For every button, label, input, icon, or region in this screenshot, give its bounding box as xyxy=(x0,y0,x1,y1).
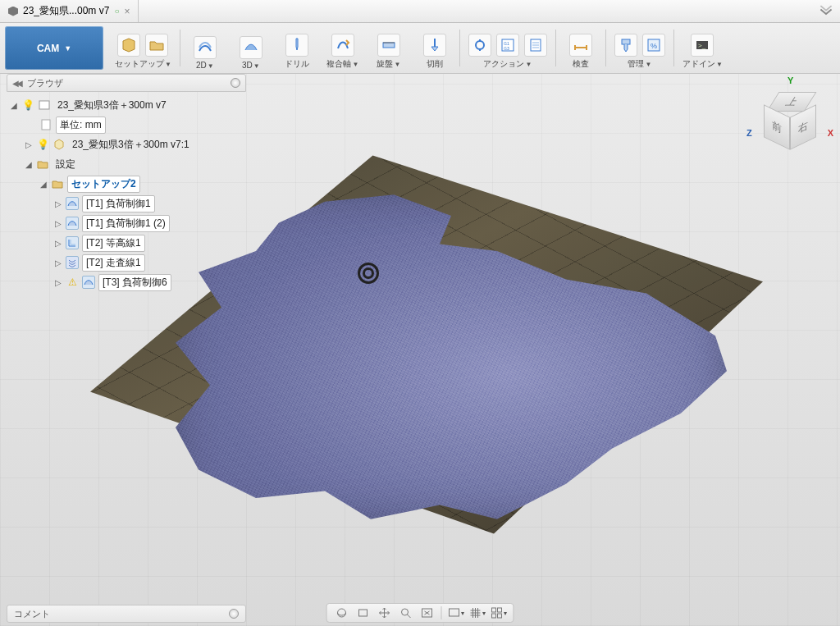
comments-panel-header[interactable]: コメント xyxy=(7,605,246,623)
display-settings-button[interactable]: ▾ xyxy=(446,605,466,621)
document-icon xyxy=(39,118,52,131)
viewcube-face-label: 上 xyxy=(783,95,801,109)
workspace-switcher-button[interactable]: CAM ▼ xyxy=(5,26,103,70)
tree-root[interactable]: ◢ 💡 23_愛知県3倍＋300m v7 xyxy=(7,95,246,115)
viewport-layout-button[interactable]: ▾ xyxy=(489,605,509,621)
chevron-down-icon: ▼ xyxy=(716,61,723,68)
view-cube[interactable]: Y X Z 上 前 右 xyxy=(750,77,832,159)
toolpath-3d-icon[interactable] xyxy=(240,36,262,59)
pin-icon[interactable] xyxy=(231,78,240,88)
svg-rect-12 xyxy=(42,120,50,130)
disclosure-triangle-icon[interactable]: ◢ xyxy=(39,180,48,189)
tree-setups-folder[interactable]: ◢ 設定 xyxy=(7,154,246,174)
lightbulb-icon[interactable]: 💡 xyxy=(36,138,49,151)
svg-rect-17 xyxy=(449,609,459,616)
adaptive-op-icon xyxy=(66,197,79,210)
disclosure-triangle-icon[interactable]: ◢ xyxy=(25,160,33,169)
browser-collapse-button[interactable]: ◀◀ xyxy=(12,79,21,88)
contour-op-icon xyxy=(66,236,79,249)
look-at-button[interactable] xyxy=(354,605,373,621)
tree-operation[interactable]: ▷ [T1] 負荷制御1 (2) xyxy=(7,213,246,233)
tree-setup-active[interactable]: ◢ セットアップ2 xyxy=(7,174,246,194)
disclosure-triangle-icon[interactable]: ▷ xyxy=(25,140,33,149)
wcs-origin-icon[interactable] xyxy=(358,263,379,284)
ribbon-group-manage[interactable]: % 管理▼ xyxy=(608,23,672,73)
svg-text:G3: G3 xyxy=(504,46,509,51)
browser-tree: ◢ 💡 23_愛知県3倍＋300m v7 単位: mm ▷ 💡 23_愛知県3倍… xyxy=(7,92,246,295)
pan-button[interactable] xyxy=(375,605,395,621)
tree-label: [T1] 負荷制御1 (2) xyxy=(82,215,170,232)
collapse-ribbon-chevron-icon[interactable] xyxy=(817,5,835,18)
zoom-button[interactable] xyxy=(396,605,416,621)
ribbon-label: 旋盤 xyxy=(377,59,393,68)
warning-icon: ⚠ xyxy=(66,276,79,289)
setup-folder-icon[interactable] xyxy=(145,34,168,57)
component-icon xyxy=(38,98,51,112)
ribbon-label: 3D xyxy=(242,61,253,70)
tree-operation[interactable]: ▷ [T2] 走査線1 xyxy=(7,253,246,272)
disclosure-triangle-icon[interactable]: ◢ xyxy=(10,101,18,110)
chevron-down-icon: ▼ xyxy=(253,62,260,70)
ribbon-group-cutting[interactable]: 切削 xyxy=(412,23,458,73)
browser-panel: ◀◀ ブラウザ ◢ 💡 23_愛知県3倍＋300m v7 単位: mm ▷ 💡 … xyxy=(7,74,246,295)
axis-y-label: Y xyxy=(788,75,793,85)
cutting-icon[interactable] xyxy=(423,34,446,57)
ribbon-group-addins[interactable]: >_ アドイン▼ xyxy=(676,23,729,73)
tree-component[interactable]: ▷ 💡 23_愛知県3倍＋300m v7:1 xyxy=(7,135,246,154)
addins-icon[interactable]: >_ xyxy=(691,34,714,57)
fit-button[interactable] xyxy=(418,605,437,621)
pin-icon[interactable] xyxy=(229,609,239,619)
gcode-icon[interactable]: G1G3 xyxy=(496,34,519,57)
measure-icon[interactable] xyxy=(569,34,592,57)
chevron-down-icon: ▼ xyxy=(208,62,214,70)
task-manager-icon[interactable]: % xyxy=(642,34,665,57)
chevron-down-icon: ▼ xyxy=(645,61,651,68)
ribbon-label: ドリル xyxy=(285,59,309,68)
orbit-button[interactable] xyxy=(332,605,352,621)
ribbon-group-2d[interactable]: 2D▼ xyxy=(182,23,228,73)
chevron-down-icon: ▼ xyxy=(352,61,358,68)
disclosure-triangle-icon[interactable]: ▷ xyxy=(54,219,62,228)
setup-sheet-icon[interactable] xyxy=(524,34,547,57)
disclosure-triangle-icon[interactable]: ▷ xyxy=(54,239,62,248)
browser-panel-header[interactable]: ◀◀ ブラウザ xyxy=(7,74,246,92)
disclosure-triangle-icon[interactable]: ▷ xyxy=(54,258,62,267)
tree-operation[interactable]: ▷ [T1] 負荷制御1 xyxy=(7,194,246,213)
svg-rect-6 xyxy=(622,39,630,44)
ribbon-group-multiaxis[interactable]: 複合軸▼ xyxy=(320,23,366,73)
ribbon-label: 検査 xyxy=(573,59,589,68)
chevron-down-icon: ▼ xyxy=(165,61,171,68)
disclosure-triangle-icon[interactable]: ▷ xyxy=(54,278,62,287)
multiaxis-icon[interactable] xyxy=(331,34,354,57)
document-tab[interactable]: 23_愛知県...00m v7 ○ × xyxy=(0,0,139,22)
turning-icon[interactable] xyxy=(377,34,400,57)
tree-operation-warning[interactable]: ▷ ⚠ [T3] 負荷制御6 xyxy=(7,272,246,292)
lightbulb-icon[interactable]: 💡 xyxy=(21,98,34,112)
close-tab-button[interactable]: × xyxy=(124,6,130,17)
tree-units[interactable]: 単位: mm xyxy=(7,115,246,135)
comments-title: コメント xyxy=(14,608,50,620)
tool-library-icon[interactable] xyxy=(614,34,637,57)
ribbon-group-inspect[interactable]: 検査 xyxy=(558,23,604,73)
ribbon-group-3d[interactable]: 3D▼ xyxy=(228,23,274,73)
setup-new-icon[interactable] xyxy=(117,34,140,57)
generate-icon[interactable] xyxy=(468,34,491,57)
browser-title: ブラウザ xyxy=(27,77,63,89)
toolpath-2d-icon[interactable] xyxy=(194,36,217,59)
ribbon-group-setup[interactable]: セットアップ▼ xyxy=(108,23,178,73)
adaptive-op-icon xyxy=(66,217,79,230)
ribbon-group-actions[interactable]: G1G3 アクション▼ xyxy=(462,23,554,73)
folder-icon xyxy=(36,158,49,171)
tree-label: 23_愛知県3倍＋300m v7 xyxy=(54,98,170,113)
tree-label: [T1] 負荷制御1 xyxy=(82,195,155,212)
grid-settings-button[interactable]: ▾ xyxy=(468,605,487,621)
workspace-label: CAM xyxy=(37,43,59,54)
ribbon-label: セットアップ xyxy=(115,59,164,68)
drill-icon[interactable] xyxy=(285,34,308,57)
ribbon-group-drill[interactable]: ドリル xyxy=(274,23,320,73)
tree-operation[interactable]: ▷ [T2] 等高線1 xyxy=(7,233,246,253)
ribbon-group-turning[interactable]: 旋盤▼ xyxy=(366,23,412,73)
svg-point-15 xyxy=(402,609,409,615)
disclosure-triangle-icon[interactable]: ▷ xyxy=(54,199,62,208)
svg-point-1 xyxy=(476,41,484,49)
